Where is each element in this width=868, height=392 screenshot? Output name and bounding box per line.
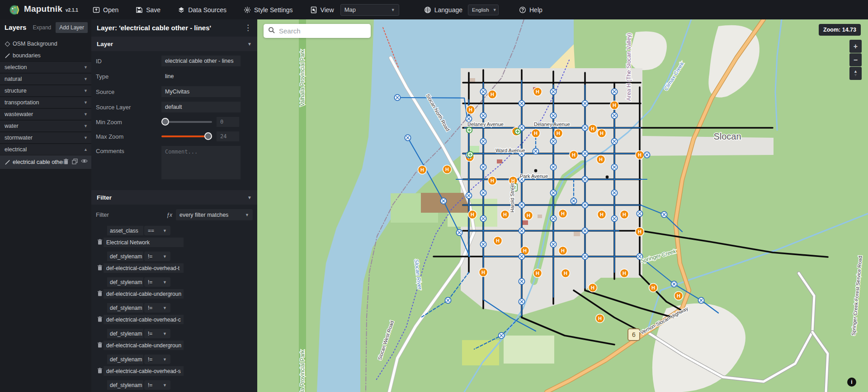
duplicate-layer-icon[interactable] (72, 159, 78, 166)
layer-group-transportation[interactable]: transportation▼ (0, 97, 91, 108)
map-canvas[interactable]: HHHHHHHHHHHHHHHHHHHHHHHHHHHHHHHHHHHR6Val… (257, 19, 868, 392)
filter-field-input[interactable]: asset_class (107, 226, 143, 235)
chevron-down-icon[interactable]: ▼ (84, 124, 88, 128)
filter-field-input[interactable]: def_stylenam (107, 303, 143, 313)
source-layer-label: Source Layer (96, 104, 161, 111)
layer-group-natural[interactable]: natural▼ (0, 73, 91, 85)
filter-operator-select[interactable]: !=▼ (144, 380, 170, 390)
layer-group-wastewater[interactable]: wastewater▼ (0, 108, 91, 120)
layer-group-water[interactable]: water▼ (0, 120, 91, 132)
layer-group-structure[interactable]: structure▼ (0, 85, 91, 97)
zoom-in-button[interactable]: + (849, 40, 862, 53)
chevron-down-icon[interactable]: ▼ (84, 65, 88, 70)
filter-operator-select[interactable]: ==▼ (144, 226, 170, 235)
search-input[interactable] (279, 27, 369, 35)
layer-group-selection[interactable]: selection▼ (0, 61, 91, 73)
chevron-down-icon[interactable]: ▼ (84, 77, 88, 81)
toggle-visibility-icon[interactable] (81, 159, 88, 166)
style-settings-button[interactable]: Style Settings (244, 6, 293, 14)
delete-filter-icon[interactable] (91, 290, 104, 298)
layer-editor-panel: Layer: 'electrical cable other - lines' … (91, 19, 257, 392)
min-zoom-value[interactable]: 0 (217, 117, 239, 127)
min-zoom-knob[interactable] (161, 118, 169, 126)
max-zoom-label: Max Zoom (96, 133, 161, 140)
layer-item-boundaries[interactable]: boundaries (0, 50, 91, 61)
comments-textarea[interactable] (161, 146, 241, 179)
layer-group-electrical[interactable]: electrical▲ (0, 144, 91, 155)
map-search[interactable] (264, 24, 371, 38)
app-brand: Maputnik v2.1.1 (0, 4, 93, 16)
source-layer-field[interactable]: default (161, 102, 241, 112)
min-zoom-slider[interactable] (161, 118, 212, 126)
chevron-down-icon[interactable]: ▼ (84, 89, 88, 93)
language-menu: Language (424, 6, 462, 14)
id-label: ID (96, 58, 161, 65)
chevron-down-icon: ▼ (163, 357, 167, 362)
data-sources-button[interactable]: Data Sources (178, 6, 226, 14)
filter-value-input[interactable]: def-electrical-cable-overhead-s (104, 366, 184, 376)
add-layer-button[interactable]: Add Layer (56, 22, 88, 33)
delete-filter-icon[interactable] (91, 341, 104, 350)
view-select[interactable]: Map ▼ (340, 4, 399, 16)
fx-expression-icon[interactable]: ƒx (166, 212, 172, 218)
map-render: HHHHHHHHHHHHHHHHHHHHHHHHHHHHHHHHHHHR6Val… (257, 19, 868, 392)
chevron-down-icon[interactable]: ▼ (84, 135, 88, 140)
chevron-up-icon[interactable]: ▲ (84, 147, 88, 152)
filter-value-input[interactable]: Electrical Network (104, 238, 184, 247)
layer-section-header[interactable]: Layer ▼ (91, 37, 257, 51)
layer-item-osm-background[interactable]: OSM Background (0, 38, 91, 50)
type-value[interactable]: line (161, 73, 174, 79)
filter-value-input[interactable]: def-electrical-cable-undergroun (104, 341, 184, 350)
svg-text:H: H (598, 316, 602, 321)
save-button[interactable]: Save (136, 6, 160, 14)
layer-item-electrical-cable-other[interactable]: electrical cable other (0, 155, 91, 169)
filter-field-input[interactable]: def_stylenam (107, 355, 143, 364)
id-field[interactable]: electrical cable other - lines (161, 56, 241, 66)
delete-filter-icon[interactable] (91, 316, 104, 324)
filter-value-input[interactable]: def-electrical-cable-overhead-t (104, 263, 184, 273)
filter-operator-select[interactable]: !=▼ (144, 355, 170, 364)
delete-filter-icon[interactable] (91, 264, 104, 272)
filter-value-input[interactable]: def-electrical-cable-overhead-c (104, 315, 184, 324)
delete-layer-icon[interactable] (63, 159, 69, 166)
help-button[interactable]: Help (519, 6, 542, 14)
line-layer-icon (5, 53, 13, 59)
poi-dot-marker (606, 176, 609, 179)
svg-text:H: H (481, 270, 485, 275)
filter-operator-select[interactable]: !=▼ (144, 329, 170, 338)
layers-sidebar: Layers Expand Add Layer OSM Backgroundbo… (0, 19, 91, 392)
filter-value-input[interactable]: def-electrical-cable-undergroun (104, 289, 184, 299)
filter-operator-select[interactable]: !=▼ (144, 252, 170, 261)
layer-group-stormwater[interactable]: stormwater▼ (0, 132, 91, 144)
filter-field-input[interactable]: def_stylenam (107, 252, 143, 261)
open-button[interactable]: Open (93, 6, 118, 14)
filter-section-header[interactable]: Filter ▼ (91, 190, 257, 205)
filter-field-input[interactable]: def_stylenam (107, 329, 143, 338)
delete-filter-icon[interactable] (91, 367, 104, 375)
compass-reset-button[interactable]: ▲ ▼ (849, 67, 862, 80)
max-zoom-slider[interactable] (161, 132, 212, 140)
filter-operator-select[interactable]: !=▼ (144, 303, 170, 313)
delete-filter-icon[interactable] (91, 238, 104, 247)
filter-field-input[interactable]: def_stylenam (107, 277, 143, 287)
max-zoom-knob[interactable] (204, 132, 212, 140)
zoom-out-button[interactable]: − (849, 53, 862, 66)
max-zoom-value[interactable]: 24 (217, 131, 239, 141)
filter-combiner-select[interactable]: every filter matches ▼ (176, 209, 253, 220)
svg-text:H: H (527, 213, 530, 218)
layer-editor-title: Layer: 'electrical cable other - lines' (97, 24, 244, 32)
source-field[interactable]: MyCivitas (161, 86, 241, 97)
filter-field-input[interactable]: def_stylenam (107, 380, 143, 390)
pitch-down-icon: ▼ (854, 73, 858, 77)
layer-label: boundaries (13, 52, 88, 59)
expand-button[interactable]: Expand (33, 24, 52, 31)
app-title: Maputnik (24, 4, 62, 14)
chevron-down-icon[interactable]: ▼ (84, 100, 88, 105)
chevron-down-icon[interactable]: ▼ (84, 112, 88, 117)
map-label: Area H (The Slocan Valley) (626, 33, 632, 101)
language-select[interactable]: English ▼ (468, 5, 499, 15)
kebab-menu-icon[interactable]: ⋮ (244, 23, 252, 33)
filter-rows: asset_class==▼Electrical Networkdef_styl… (91, 220, 257, 392)
filter-operator-select[interactable]: !=▼ (144, 277, 170, 287)
attribution-info-button[interactable]: i (847, 378, 856, 387)
